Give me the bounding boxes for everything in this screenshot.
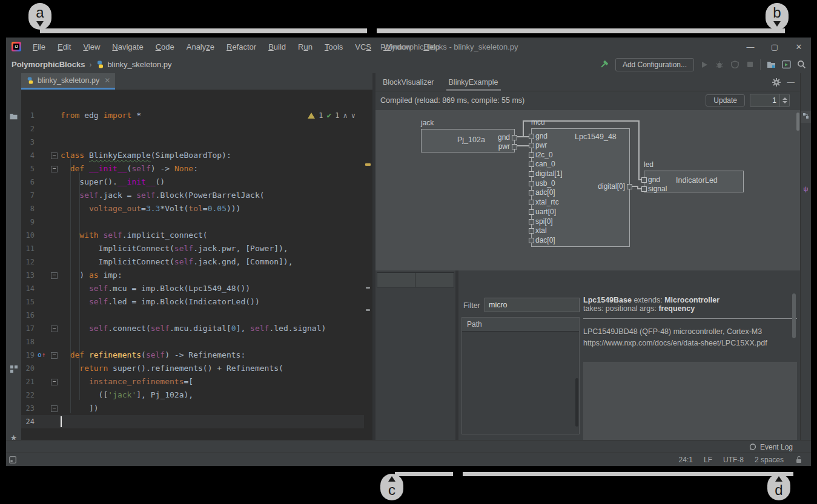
event-log-button[interactable]: Event Log	[749, 443, 793, 451]
port-digital[0][interactable]	[627, 184, 632, 189]
code-area[interactable]: 1 ✔ 1 ∧ ∨ 1from edg import *234class Bli…	[21, 90, 372, 440]
code-line[interactable]: 2	[21, 122, 372, 136]
port-pwr[interactable]	[529, 143, 534, 148]
code-line[interactable]: 13 ) as imp:	[21, 269, 372, 282]
column-header-class[interactable]	[415, 272, 454, 287]
port-can_0[interactable]	[529, 162, 534, 167]
port-pwr[interactable]	[512, 144, 517, 149]
close-tab-icon[interactable]: ✕	[104, 76, 110, 85]
code-line[interactable]: 15 self.led = imp.Block(IndicatorLed())	[21, 295, 372, 309]
close-button[interactable]: ✕	[787, 38, 811, 56]
fold-marker-icon[interactable]	[51, 352, 58, 359]
menu-item-build[interactable]: Build	[263, 41, 291, 53]
menu-item-view[interactable]: View	[78, 41, 105, 53]
code-line[interactable]: 18	[21, 335, 372, 349]
code-line[interactable]: 20 return super().refinements() + Refine…	[21, 362, 372, 375]
code-line[interactable]: 10 with self.implicit_connect(	[21, 229, 372, 242]
code-line[interactable]: 1from edg import *	[21, 109, 372, 122]
port-dac[0][interactable]	[529, 238, 534, 243]
code-line[interactable]: 3	[21, 136, 372, 149]
sidebar-item-project[interactable]	[6, 112, 21, 123]
unlock-icon[interactable]	[795, 456, 802, 463]
code-line[interactable]: 16	[21, 309, 372, 322]
scrollbar-thumb[interactable]	[575, 378, 578, 427]
code-line[interactable]: 21 instance_refinements=[	[21, 375, 372, 388]
sidebar-item-psiviewer[interactable]: ψ	[801, 186, 811, 195]
build-hammer-icon[interactable]	[600, 60, 610, 70]
project-structure-icon[interactable]	[766, 60, 776, 70]
sidebar-item-blockvisualizer[interactable]	[801, 111, 811, 123]
idea-logo-icon[interactable]: IJ	[12, 42, 21, 51]
coverage-icon[interactable]	[730, 60, 739, 70]
minimize-button[interactable]: —	[738, 38, 762, 56]
stop-icon[interactable]	[745, 60, 755, 70]
menu-item-file[interactable]: File	[27, 41, 51, 53]
search-icon[interactable]	[796, 60, 806, 70]
run-icon[interactable]	[700, 60, 709, 70]
code-line[interactable]: 14 self.mcu = imp.Block(Lpc1549_48())	[21, 282, 372, 295]
menu-item-edit[interactable]: Edit	[52, 41, 76, 53]
detail-link[interactable]: https://www.nxp.com/docs/en/data-sheet/L…	[583, 339, 797, 347]
tab-blinkyexample[interactable]: BlinkyExample	[442, 74, 506, 91]
filter-input[interactable]: micro	[485, 298, 580, 312]
panel-splitter[interactable]	[455, 270, 458, 440]
tool-window-toggle-icon[interactable]	[8, 456, 17, 464]
code-line[interactable]: 24	[21, 415, 372, 428]
code-line[interactable]: 4class BlinkyExample(SimpleBoardTop):	[21, 149, 372, 162]
code-line[interactable]: 19o↑ def refinements(self) -> Refinement…	[21, 349, 372, 362]
update-button[interactable]: Update	[706, 94, 745, 106]
code-line[interactable]: 5 def __init__(self) -> None:	[21, 162, 372, 175]
caret-position[interactable]: 24:1	[679, 456, 693, 464]
port-i2c_0[interactable]	[529, 152, 534, 158]
fold-marker-icon[interactable]	[51, 166, 58, 172]
menu-item-navigate[interactable]: Navigate	[107, 41, 148, 53]
code-line[interactable]: 23 ])	[21, 402, 372, 415]
hide-panel-icon[interactable]: —	[787, 78, 795, 87]
port-spi[0][interactable]	[529, 219, 534, 224]
port-gnd[interactable]	[641, 177, 647, 183]
port-xtal[interactable]	[529, 228, 534, 234]
code-line[interactable]: 22 (['jack'], Pj_102a),	[21, 388, 372, 402]
port-signal[interactable]	[641, 186, 647, 192]
override-marker-icon[interactable]: o↑	[38, 349, 45, 362]
line-separator[interactable]: LF	[704, 456, 712, 464]
scrollbar-thumb[interactable]	[796, 113, 799, 131]
menu-item-analyze[interactable]: Analyze	[181, 41, 220, 53]
column-header-path[interactable]	[377, 272, 415, 287]
port-digital[1][interactable]	[529, 171, 534, 177]
code-line[interactable]: 11 ImplicitConnect(self.jack.pwr, [Power…	[21, 242, 372, 255]
fold-marker-icon[interactable]	[51, 326, 58, 332]
port-adc[0][interactable]	[529, 190, 534, 195]
restore-button[interactable]: ▢	[762, 38, 787, 56]
tab-blockvisualizer[interactable]: BlockVisualizer	[375, 74, 442, 91]
add-configuration-button[interactable]: Add Configuration...	[615, 58, 694, 71]
menu-item-run[interactable]: Run	[293, 41, 318, 53]
tree-header-path[interactable]: Path	[462, 318, 579, 332]
menu-item-refactor[interactable]: Refactor	[221, 41, 262, 53]
fold-marker-icon[interactable]	[51, 405, 58, 412]
port-usb_0[interactable]	[529, 181, 534, 186]
port-gnd[interactable]	[529, 134, 534, 139]
fold-marker-icon[interactable]	[51, 152, 58, 159]
tool-windows-icon[interactable]	[781, 60, 791, 70]
breadcrumb-file[interactable]: blinky_skeleton.py	[107, 60, 171, 69]
tab-blinky-skeleton[interactable]: blinky_skeleton.py ✕	[21, 73, 115, 90]
port-gnd[interactable]	[512, 135, 517, 140]
fold-marker-icon[interactable]	[51, 272, 58, 279]
code-line[interactable]: 17 self.connect(self.mcu.digital[0], sel…	[21, 322, 372, 335]
scrollbar-thumb[interactable]	[792, 293, 796, 338]
port-xtal_rtc[interactable]	[529, 200, 534, 205]
port-uart[0][interactable]	[529, 209, 534, 215]
editor[interactable]: blinky_skeleton.py ✕ 1 ✔ 1 ∧ ∨	[21, 73, 372, 440]
sidebar-item-structure[interactable]	[6, 362, 21, 373]
fold-marker-icon[interactable]	[51, 379, 58, 385]
depth-spinner[interactable]: 1	[750, 94, 790, 107]
debug-icon[interactable]	[715, 60, 724, 70]
indent-setting[interactable]: 2 spaces	[755, 456, 784, 464]
gear-icon[interactable]	[772, 77, 781, 87]
menu-item-code[interactable]: Code	[150, 41, 180, 53]
menu-item-tools[interactable]: Tools	[319, 41, 348, 53]
library-preview-diagram[interactable]	[583, 362, 797, 440]
spinner-up-icon[interactable]	[782, 97, 787, 100]
code-line[interactable]: 8 voltage_out=3.3*Volt(tol=0.05)))	[21, 202, 372, 215]
